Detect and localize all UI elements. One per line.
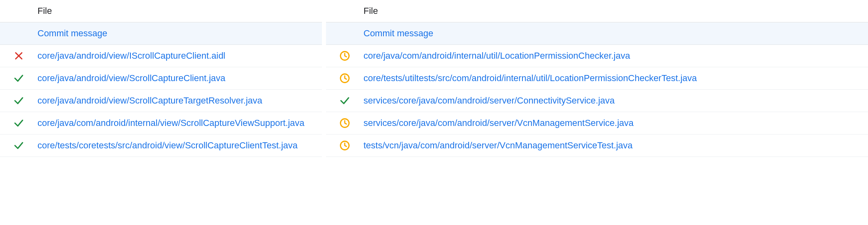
check-icon: [13, 95, 24, 106]
file-row[interactable]: core/java/android/view/IScrollCaptureCli…: [0, 45, 322, 67]
file-row[interactable]: core/java/android/view/ScrollCaptureClie…: [0, 67, 322, 90]
status-cell: [326, 73, 364, 84]
file-path-link[interactable]: core/java/android/view/ScrollCaptureTarg…: [37, 95, 319, 106]
file-row[interactable]: core/tests/coretests/src/android/view/Sc…: [0, 135, 322, 157]
clock-icon: [339, 117, 350, 129]
status-cell: [0, 51, 37, 61]
status-cell: [0, 95, 37, 106]
file-row[interactable]: core/java/android/view/ScrollCaptureTarg…: [0, 90, 322, 112]
file-path-link[interactable]: services/core/java/com/android/server/Vc…: [364, 118, 866, 128]
file-path-link[interactable]: core/java/android/view/IScrollCaptureCli…: [37, 51, 319, 61]
check-icon: [13, 140, 24, 151]
file-panel-left: File Commit message core/java/android/vi…: [0, 0, 322, 225]
file-row[interactable]: services/core/java/com/android/server/Vc…: [326, 112, 868, 135]
file-path-link[interactable]: core/java/com/android/internal/view/Scro…: [37, 118, 319, 128]
status-cell: [326, 117, 364, 129]
commit-message-row[interactable]: Commit message: [0, 22, 322, 45]
commit-message-row[interactable]: Commit message: [326, 22, 868, 45]
file-path-link[interactable]: core/tests/coretests/src/android/view/Sc…: [37, 140, 319, 151]
file-path-link[interactable]: tests/vcn/java/com/android/server/VcnMan…: [364, 140, 866, 151]
check-icon: [13, 73, 24, 84]
file-row[interactable]: core/tests/utiltests/src/com/android/int…: [326, 67, 868, 90]
file-path-link[interactable]: core/java/com/android/internal/util/Loca…: [364, 51, 866, 61]
file-path-link[interactable]: services/core/java/com/android/server/Co…: [364, 95, 866, 106]
panel-gutter: [322, 0, 326, 225]
status-cell: [0, 117, 37, 129]
cross-icon: [13, 51, 24, 61]
status-cell: [326, 95, 364, 106]
status-cell: [326, 50, 364, 62]
file-row[interactable]: core/java/com/android/internal/util/Loca…: [326, 45, 868, 67]
commit-message-link[interactable]: Commit message: [37, 28, 319, 39]
commit-message-link[interactable]: Commit message: [364, 28, 866, 39]
file-path-link[interactable]: core/tests/utiltests/src/com/android/int…: [364, 73, 866, 84]
clock-icon: [339, 73, 350, 84]
table-header-row: File: [326, 0, 868, 22]
file-row[interactable]: tests/vcn/java/com/android/server/VcnMan…: [326, 135, 868, 157]
file-row[interactable]: core/java/com/android/internal/view/Scro…: [0, 112, 322, 135]
check-icon: [13, 117, 24, 129]
clock-icon: [339, 50, 350, 62]
check-icon: [339, 95, 350, 106]
file-panel-right: File Commit message core/java/com/androi…: [326, 0, 868, 225]
status-cell: [0, 73, 37, 84]
file-row[interactable]: services/core/java/com/android/server/Co…: [326, 90, 868, 112]
clock-icon: [339, 140, 350, 151]
status-cell: [0, 140, 37, 151]
file-column-header: File: [37, 6, 319, 16]
status-cell: [326, 140, 364, 151]
file-path-link[interactable]: core/java/android/view/ScrollCaptureClie…: [37, 73, 319, 84]
file-column-header: File: [364, 6, 866, 16]
table-header-row: File: [0, 0, 322, 22]
